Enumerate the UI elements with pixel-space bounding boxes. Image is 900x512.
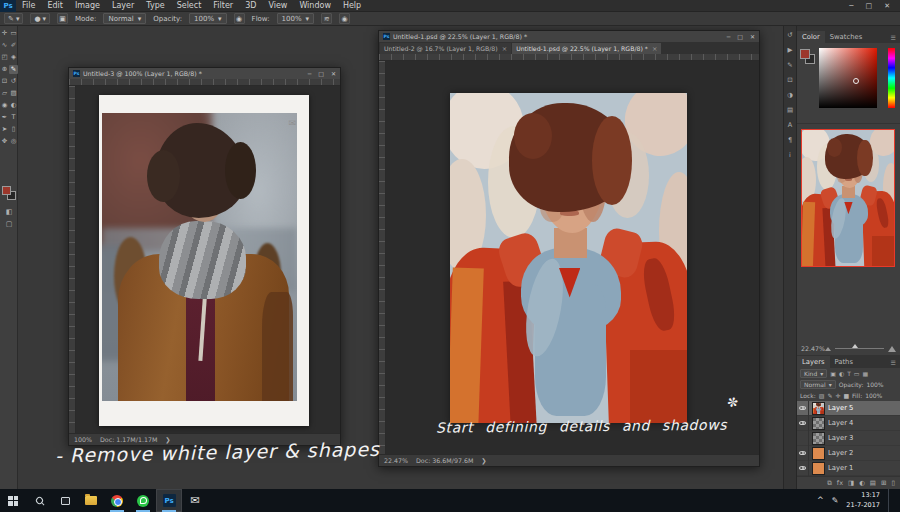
show-desktop-button[interactable] [888,489,892,512]
layer-visibility-toggle[interactable] [797,446,809,461]
pressure-size-icon[interactable]: ◉ [339,13,350,24]
layer-visibility-toggle[interactable] [797,461,809,476]
menu-window[interactable]: Window [293,0,337,12]
right-canvas-area[interactable] [386,61,759,454]
panel-menu-icon[interactable]: ☰ [891,359,900,366]
history-panel-icon[interactable]: ↺ [787,31,792,39]
messenger-button[interactable] [130,489,156,512]
layer-mask-icon[interactable]: ◨ [848,479,854,487]
brush-preset-picker[interactable]: ● ▾ [30,13,50,24]
menu-layer[interactable]: Layer [106,0,140,12]
paragraph-panel-icon[interactable]: ¶ [788,136,792,144]
marquee-tool[interactable]: ▭ [9,29,18,38]
link-layers-icon[interactable]: ⧉ [827,479,832,487]
navigator-thumbnail[interactable] [801,129,895,267]
task-view-button[interactable] [52,489,78,512]
start-button[interactable] [0,489,26,512]
menu-help[interactable]: Help [337,0,367,12]
move-tool[interactable]: ✛ [0,29,9,38]
blur-tool[interactable]: ◉ [0,101,9,110]
taskbar-search-button[interactable] [26,489,52,512]
filter-type-icon[interactable]: T [847,370,851,377]
mail-button[interactable]: ✉ [182,489,208,512]
maximize-icon[interactable]: □ [737,33,743,40]
left-window-titlebar[interactable]: Ps Untitled-3 @ 100% (Layer 1, RGB/8) * … [69,68,340,79]
hue-slider[interactable] [888,48,895,108]
blend-mode-select[interactable]: Normal ▾ [103,13,146,24]
reference-canvas[interactable]: ✉ [99,95,309,426]
path-select-tool[interactable]: ➤ [0,125,9,134]
maximize-icon[interactable]: □ [318,70,324,77]
layer-row[interactable]: Layer 2 [797,446,900,461]
lock-position-icon[interactable]: ✛ [835,392,840,399]
tray-chevron-icon[interactable]: ^ [817,496,824,505]
left-canvas-area[interactable]: ✉ [76,86,340,433]
foreground-color-swatch[interactable] [2,186,11,195]
zoom-tool[interactable]: ◎ [9,137,18,146]
layer-visibility-toggle[interactable] [797,431,809,446]
screen-mode-icon[interactable]: ▢ [0,220,18,228]
layer-blend-mode-select[interactable]: Normal ▾ [800,380,836,389]
menu-view[interactable]: View [262,0,293,12]
photoshop-taskbar-button[interactable]: Ps [156,489,182,512]
clone-stamp-tool[interactable]: ⊡ [0,77,9,86]
menu-select[interactable]: Select [171,0,208,12]
fill-value[interactable]: 100% [865,392,882,399]
windows-ink-icon[interactable]: ✎ [832,496,839,505]
right-window-titlebar[interactable]: Ps Untitled-1.psd @ 22.5% (Layer 1, RGB/… [379,31,759,42]
color-cursor[interactable] [853,78,859,84]
close-icon[interactable]: ✕ [331,70,336,77]
pressure-opacity-icon[interactable]: ◉ [234,13,245,24]
menu-file[interactable]: File [16,0,41,12]
maximize-icon[interactable]: □ [866,2,873,10]
lock-all-icon[interactable]: ■ [843,392,849,399]
lock-transparency-icon[interactable]: ▨ [819,392,825,399]
status-chevron-icon[interactable]: ❯ [481,457,486,464]
menu-image[interactable]: Image [69,0,106,12]
menu-edit[interactable]: Edit [41,0,69,12]
tab-close-icon[interactable]: × [652,45,657,53]
layer-group-icon[interactable]: ▤ [870,479,876,487]
zoom-level[interactable]: 22.47% [384,457,408,464]
opacity-select[interactable]: 100% ▾ [189,13,227,24]
airbrush-icon[interactable]: ≋ [321,13,332,24]
delete-layer-icon[interactable]: ▯ [891,479,895,487]
crop-tool[interactable]: ◰ [0,53,9,62]
brush-settings-panel-icon[interactable]: ✎ [787,61,792,69]
minimize-icon[interactable]: ─ [308,70,312,77]
actions-panel-icon[interactable]: ▶ [788,46,793,54]
lasso-tool[interactable]: ∿ [0,41,9,50]
tab-color[interactable]: Color [797,31,825,43]
navigator-zoom-slider[interactable] [835,348,884,349]
eyedropper-tool[interactable]: ◈ [9,53,18,62]
slider-handle[interactable] [852,344,858,348]
lock-pixels-icon[interactable]: ✎ [827,392,832,399]
hand-tool[interactable]: ✥ [0,137,9,146]
clone-source-panel-icon[interactable]: ⊡ [787,76,792,84]
shape-tool[interactable]: ▯ [9,125,18,134]
document-window-painting[interactable]: Ps Untitled-1.psd @ 22.5% (Layer 1, RGB/… [378,30,760,467]
brush-tool[interactable]: ✎ [9,65,18,74]
styles-panel-icon[interactable]: ▤ [787,106,793,114]
tool-preset-picker[interactable]: ✎ ▾ [4,13,23,24]
navigator-zoom-value[interactable]: 22.47% [801,345,825,352]
layer-visibility-toggle[interactable] [797,416,809,431]
history-brush-tool[interactable]: ↺ [9,77,18,86]
filter-smart-icon[interactable]: ▦ [863,370,869,377]
chrome-button[interactable] [104,489,130,512]
filter-shape-icon[interactable]: ▭ [854,370,860,377]
document-window-reference[interactable]: Ps Untitled-3 @ 100% (Layer 1, RGB/8) * … [68,67,341,446]
saturation-brightness-field[interactable] [819,48,877,108]
minimize-icon[interactable]: ─ [727,33,731,40]
adjustment-layer-icon[interactable]: ◐ [859,479,865,487]
info-panel-icon[interactable]: i [789,151,791,159]
zoom-out-icon[interactable] [825,347,831,351]
tab-close-icon[interactable]: × [502,45,507,53]
foreground-color-swatch[interactable] [800,49,810,59]
document-tab[interactable]: Untitled-2 @ 16.7% (Layer 1, RGB/8)× [380,43,511,54]
document-tab[interactable]: Untitled-1.psd @ 22.5% (Layer 1, RGB/8) … [512,43,661,54]
type-tool[interactable]: T [9,113,18,122]
menu-3d[interactable]: 3D [239,0,262,12]
tab-paths[interactable]: Paths [830,356,858,368]
pen-tool[interactable]: ✒ [0,113,9,122]
